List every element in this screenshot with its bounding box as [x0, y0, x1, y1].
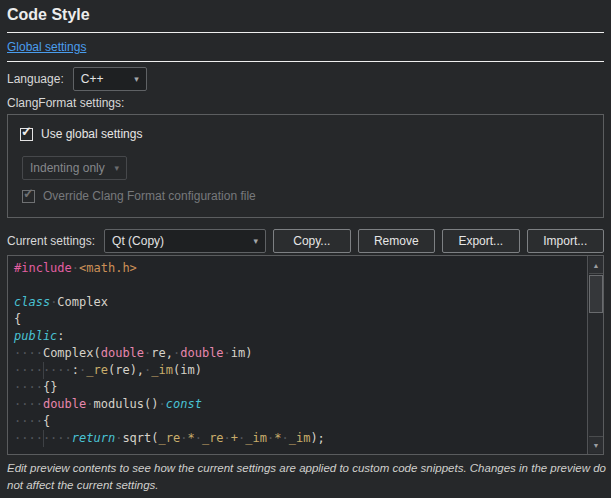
indenting-mode-value: Indenting only	[30, 161, 105, 175]
current-settings-select[interactable]: Qt (Copy) ▾	[104, 229, 266, 253]
current-settings-value: Qt (Copy)	[112, 234, 164, 248]
check-icon: ✓	[23, 187, 34, 200]
import-button[interactable]: Import...	[527, 229, 604, 253]
scroll-up-icon[interactable]: ▲	[589, 257, 603, 274]
page-title: Code Style	[7, 6, 90, 24]
chevron-down-icon: ▾	[254, 237, 259, 246]
override-clang-format-label: Override Clang Format configuration file	[43, 189, 256, 203]
clangformat-settings-label: ClangFormat settings:	[7, 96, 124, 110]
scrollbar-thumb[interactable]	[589, 275, 603, 313]
export-button[interactable]: Export...	[442, 229, 519, 253]
check-icon: ✓	[21, 125, 32, 138]
language-label: Language:	[7, 72, 64, 86]
language-row: Language: C++ ▾	[7, 66, 147, 92]
code-line: ····{}	[14, 379, 581, 396]
indenting-mode-select: Indenting only ▾	[22, 156, 127, 180]
code-line: ····Complex(double·re,·double·im)	[14, 345, 581, 362]
current-settings-row: Current settings: Qt (Copy) ▾ Copy... Re…	[7, 229, 604, 253]
checkbox-box: ✓	[22, 190, 35, 203]
global-settings-link[interactable]: Global settings	[7, 40, 86, 54]
footer-note: Edit preview contents to see how the cur…	[7, 460, 607, 493]
copy-button[interactable]: Copy...	[273, 229, 350, 253]
link-separator	[7, 61, 604, 62]
title-separator	[7, 32, 604, 33]
code-line: {	[14, 311, 581, 328]
remove-button[interactable]: Remove	[358, 229, 435, 253]
code-editor-content: #include·<math.h>class·Complex{public:··…	[8, 256, 603, 447]
code-line: class·Complex	[14, 294, 581, 311]
checkbox-box: ✓	[20, 128, 33, 141]
use-global-settings-label: Use global settings	[41, 127, 142, 141]
chevron-down-icon: ▾	[134, 75, 139, 84]
current-settings-label: Current settings:	[7, 234, 95, 248]
code-preview-editor[interactable]: #include·<math.h>class·Complex{public:··…	[7, 255, 604, 455]
code-line: ········return·sqrt(_re·*·_re·+·_im·*·_i…	[14, 430, 581, 447]
language-select-value: C++	[81, 72, 104, 86]
code-line: public:	[14, 328, 581, 345]
code-line	[14, 277, 581, 294]
code-line: ····{	[14, 413, 581, 430]
chevron-down-icon: ▾	[114, 164, 119, 173]
vertical-scrollbar[interactable]: ▲ ▼	[587, 256, 603, 454]
code-line: ········:·_re(re),·_im(im)	[14, 362, 581, 379]
use-global-settings-checkbox[interactable]: ✓ Use global settings	[20, 127, 142, 141]
override-clang-format-checkbox: ✓ Override Clang Format configuration fi…	[22, 189, 256, 203]
scroll-down-icon[interactable]: ▼	[589, 436, 603, 453]
indent-guide	[43, 362, 44, 379]
code-line: ····double·modulus()·const	[14, 396, 581, 413]
code-line: #include·<math.h>	[14, 260, 581, 277]
indent-guide	[43, 430, 44, 447]
language-select[interactable]: C++ ▾	[73, 67, 147, 91]
